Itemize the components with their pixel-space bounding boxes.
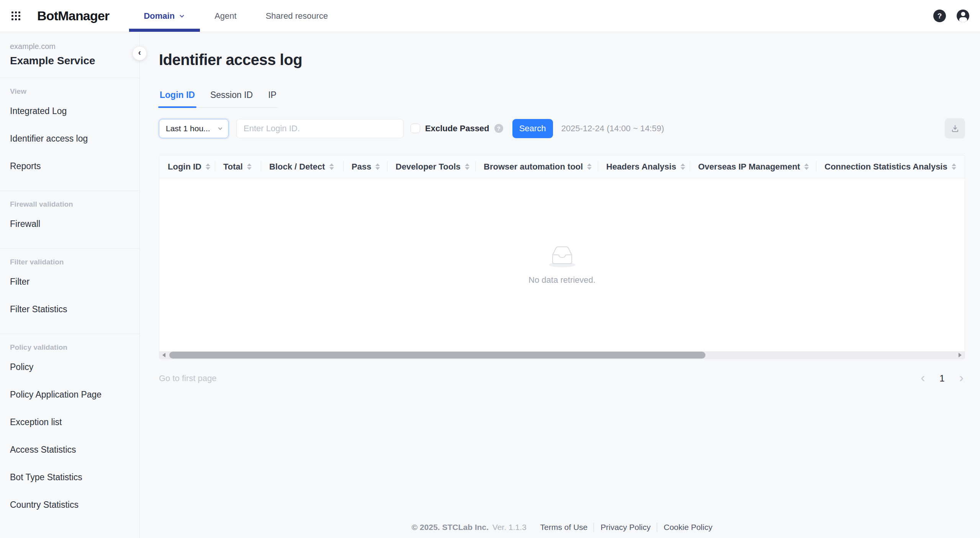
main-content: Identifier access log Login ID Session I… [140,32,980,538]
footer-link-privacy[interactable]: Privacy Policy [594,523,651,532]
sidebar-item[interactable]: Access Statistics [10,436,129,463]
column-header[interactable]: Headers Analysis [598,155,690,178]
topbar-actions: ? [933,0,980,32]
pagination-row: Go to first page ‹ 1 › [159,371,965,386]
chevron-left-icon: ‹ [138,48,141,58]
sidebar-item[interactable]: Bot Type Statistics [10,463,129,491]
divider [0,248,139,249]
exclude-passed-help-icon[interactable]: ? [494,124,503,133]
app-window: BotManager Domain Agent Shared resource … [0,0,980,538]
sidebar-item[interactable]: Country Statistics [10,491,129,518]
sidebar-collapse-button[interactable]: ‹ [133,46,147,60]
page-title: Identifier access log [159,51,965,68]
column-header[interactable]: Total [215,155,261,178]
sidebar-service-name[interactable]: Example Service [10,55,129,67]
date-range-label: 2025-12-24 (14:00 ~ 14:59) [561,124,664,134]
sort-icon [206,163,210,170]
exclude-passed-checkbox[interactable] [411,124,420,133]
sidebar-item[interactable]: Filter Statistics [10,295,129,323]
footer-copyright: © 2025. STCLab Inc. [412,523,489,532]
sidebar-item[interactable]: Integrated Log [10,97,129,125]
search-button[interactable]: Search [512,119,553,138]
divider [0,334,139,334]
column-header[interactable]: Login ID [159,155,215,178]
sort-icon [804,163,809,170]
footer-link-terms[interactable]: Terms of Use [540,523,588,532]
scrollbar-right-arrow-icon[interactable] [955,351,965,359]
chevron-down-icon [217,126,223,132]
nav-tab-shared-resource[interactable]: Shared resource [251,0,343,32]
column-header[interactable]: Block / Detect [261,155,343,178]
sidebar-item[interactable]: Policy Application Page [10,381,129,408]
sidebar-section-label: Policy validation [10,343,129,352]
tab-session-id[interactable]: Session ID [209,90,254,107]
identifier-tabs: Login ID Session ID IP [159,90,277,108]
sidebar-section-label: Filter validation [10,258,129,266]
empty-inbox-icon [547,245,577,269]
sidebar-item[interactable]: Reports [10,152,129,180]
pagination-current-page: 1 [939,373,944,384]
nav-tab-label: Agent [214,11,237,21]
nav-tab-domain[interactable]: Domain [129,0,200,32]
column-header-label: Browser automation tool [484,162,583,172]
nav-tab-label: Domain [144,11,175,21]
nav-tab-label: Shared resource [266,11,328,21]
sidebar-section-view: Integrated LogIdentifier access logRepor… [10,97,129,180]
chevron-down-icon [178,13,185,20]
pagination-prev-icon[interactable]: ‹ [919,371,926,386]
sidebar-section-policy: PolicyPolicy Application PageException l… [10,353,129,518]
app-launcher-grid-icon[interactable] [11,11,20,20]
exclude-passed-group: Exclude Passed ? [411,124,503,134]
divider [0,78,139,78]
column-header[interactable]: Developer Tools [387,155,475,178]
download-icon [950,124,960,134]
column-header[interactable]: Browser automation tool [475,155,598,178]
exclude-passed-label: Exclude Passed [425,124,489,134]
scrollbar-left-arrow-icon[interactable] [159,351,169,359]
sidebar: ‹ example.com Example Service View Integ… [0,32,140,538]
sort-icon [375,163,380,170]
column-header-label: Total [223,162,243,172]
sort-icon [465,163,470,170]
filter-controls: Last 1 hou... Exclude Passed ? Search 20… [159,118,965,139]
tab-ip[interactable]: IP [267,90,277,107]
sort-icon [329,163,334,170]
time-range-select[interactable]: Last 1 hou... [159,119,229,138]
sort-icon [952,163,956,170]
sidebar-item[interactable]: Identifier access log [10,125,129,152]
sidebar-section-firewall: Firewall [10,210,129,238]
sidebar-item[interactable]: Exception list [10,408,129,436]
help-button[interactable]: ? [933,10,946,22]
horizontal-scrollbar[interactable] [159,351,965,359]
scrollbar-thumb[interactable] [169,352,705,359]
pagination-next-icon[interactable]: › [958,371,965,386]
login-id-input[interactable] [236,119,404,138]
sidebar-item[interactable]: Policy [10,353,129,381]
footer-link-cookie[interactable]: Cookie Policy [657,523,712,532]
app-logo: BotManager [37,8,109,23]
top-bar: BotManager Domain Agent Shared resource … [0,0,980,32]
help-icon: ? [937,12,942,20]
sidebar-section-filter: FilterFilter Statistics [10,268,129,323]
sidebar-item[interactable]: Firewall [10,210,129,238]
column-header-label: Developer Tools [396,162,461,172]
column-header[interactable]: Connection Statistics Analysis [816,155,965,178]
column-header-label: Block / Detect [269,162,325,172]
footer: © 2025. STCLab Inc. Ver. 1.1.3 Terms of … [159,523,965,538]
pagination: ‹ 1 › [919,371,965,386]
sidebar-section-label: Firewall validation [10,200,129,209]
top-navigation: Domain Agent Shared resource [129,0,342,32]
download-button[interactable] [945,118,965,139]
time-range-value: Last 1 hou... [166,124,210,133]
sort-icon [681,163,685,170]
column-header[interactable]: Overseas IP Management [690,155,816,178]
column-header[interactable]: Pass [343,155,387,178]
table-header: Login ID Total Block / Detect [159,155,965,178]
account-avatar-icon[interactable] [957,10,969,22]
sort-icon [587,163,592,170]
go-to-first-page-link[interactable]: Go to first page [159,373,216,383]
sidebar-item[interactable]: Filter [10,268,129,295]
tab-login-id[interactable]: Login ID [159,90,196,107]
sidebar-domain-label: example.com [10,42,129,51]
nav-tab-agent[interactable]: Agent [200,0,251,32]
